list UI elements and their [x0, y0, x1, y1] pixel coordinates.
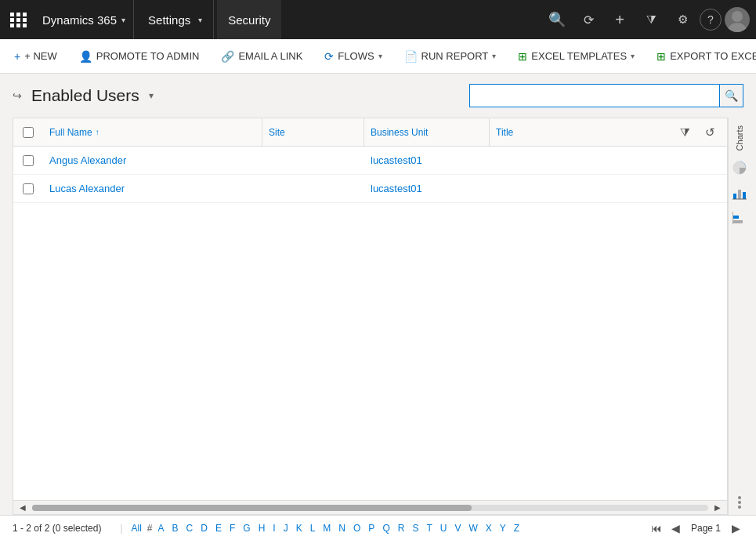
grid-header-actions: ⧩ ↺: [674, 121, 721, 143]
row-checkbox-1[interactable]: [23, 155, 34, 166]
pager-y[interactable]: Y: [497, 523, 508, 534]
excel-dropdown-icon: ▾: [631, 52, 635, 60]
pager-c[interactable]: C: [184, 523, 196, 534]
email-link-button[interactable]: 🔗 EMAIL A LINK: [213, 44, 310, 69]
column-header-businessunit[interactable]: Business Unit: [364, 118, 490, 146]
pager-g[interactable]: G: [241, 523, 252, 534]
promote-admin-button[interactable]: 👤 PROMOTE TO ADMIN: [71, 44, 208, 69]
pager-j[interactable]: J: [281, 523, 291, 534]
pager-v[interactable]: V: [452, 523, 463, 534]
export-excel-button[interactable]: ⊞ EXPORT TO EXCEL: [649, 44, 756, 69]
settings-button[interactable]: Settings ▾: [137, 0, 214, 39]
pager-x[interactable]: X: [483, 523, 494, 534]
pager-links: All # A B C D E F G H I J K L M N O P Q …: [129, 523, 523, 534]
filter-button[interactable]: ⧩: [674, 121, 696, 143]
column-header-site[interactable]: Site: [262, 118, 364, 146]
pie-chart-icon-button[interactable]: [730, 158, 749, 177]
page-label: Page 1: [691, 523, 721, 534]
link-bu-2[interactable]: lucastest01: [371, 183, 422, 194]
brand-text: Dynamics 365: [42, 13, 117, 27]
pager-all[interactable]: All: [129, 523, 144, 534]
svg-rect-7: [733, 216, 739, 219]
cell-site-2: [262, 175, 364, 202]
column-header-fullname[interactable]: Full Name ↑: [43, 118, 262, 146]
pager-o[interactable]: O: [351, 523, 363, 534]
pager-s[interactable]: S: [410, 523, 421, 534]
flows-label: FLOWS: [338, 50, 374, 62]
header-arrow-icon: ↪: [13, 89, 22, 102]
search-submit-button[interactable]: 🔍: [720, 84, 743, 107]
brand-button[interactable]: Dynamics 365 ▾: [34, 0, 134, 39]
link-fullname-1[interactable]: Angus Alexander: [49, 154, 126, 166]
pager-i[interactable]: I: [270, 523, 277, 534]
add-nav-button[interactable]: +: [606, 5, 634, 34]
svg-rect-4: [738, 190, 741, 199]
scroll-right-icon[interactable]: ▶: [711, 503, 724, 512]
flows-button[interactable]: ⟳ FLOWS ▾: [317, 44, 389, 69]
run-report-button[interactable]: 📄 RUN REPORT ▾: [396, 44, 505, 69]
horizontal-scrollbar[interactable]: ◀ ▶: [13, 500, 727, 514]
pager-l[interactable]: L: [308, 523, 318, 534]
charts-more-button[interactable]: [738, 496, 741, 515]
pager-t[interactable]: T: [424, 523, 434, 534]
pager-first-button[interactable]: ⏮: [648, 522, 665, 535]
pager-q[interactable]: Q: [380, 523, 392, 534]
column-chart-icon-button[interactable]: [730, 208, 749, 227]
select-all-checkbox[interactable]: [23, 127, 34, 138]
charts-toggle[interactable]: Charts: [732, 121, 747, 155]
search-nav-button[interactable]: 🔍: [543, 5, 571, 34]
run-report-icon: 📄: [404, 50, 418, 63]
row-checkbox-2[interactable]: [23, 183, 34, 194]
column-fullname-label: Full Name: [49, 127, 92, 138]
filter-nav-button[interactable]: ⧩: [637, 5, 665, 34]
brand-chevron-icon: ▾: [121, 16, 125, 24]
pager-prev-button[interactable]: ◀: [668, 522, 683, 535]
pager-h[interactable]: H: [256, 523, 268, 534]
cell-fullname-1: Angus Alexander: [43, 147, 262, 174]
cell-title-1: [490, 147, 599, 174]
help-nav-button[interactable]: ?: [700, 9, 722, 31]
pager-r[interactable]: R: [396, 523, 407, 534]
command-bar: + + NEW 👤 PROMOTE TO ADMIN 🔗 EMAIL A LIN…: [0, 39, 756, 74]
page-title-chevron-icon[interactable]: ▾: [149, 90, 154, 101]
email-label: EMAIL A LINK: [238, 50, 302, 62]
excel-templates-label: EXCEL TEMPLATES: [531, 50, 627, 62]
search-input[interactable]: [469, 84, 720, 107]
history-nav-button[interactable]: ⟳: [574, 5, 602, 34]
link-bu-1[interactable]: lucastest01: [371, 154, 422, 166]
pager-b[interactable]: B: [170, 523, 181, 534]
apps-button[interactable]: [6, 7, 31, 32]
svg-rect-3: [733, 194, 736, 199]
pager-a[interactable]: A: [156, 523, 167, 534]
bar-chart-icon-button[interactable]: [730, 183, 749, 202]
excel-icon: ⊞: [518, 50, 527, 63]
scroll-thumb: [32, 505, 472, 511]
pager-e[interactable]: E: [213, 523, 224, 534]
excel-templates-button[interactable]: ⊞ EXCEL TEMPLATES ▾: [510, 44, 642, 69]
refresh-button[interactable]: ↺: [699, 121, 721, 143]
gear-nav-button[interactable]: ⚙: [668, 5, 696, 34]
avatar[interactable]: [725, 7, 750, 32]
cell-bu-2: lucastest01: [364, 175, 490, 202]
pager-next-button[interactable]: ▶: [729, 522, 743, 535]
link-fullname-2[interactable]: Lucas Alexander: [49, 183, 125, 194]
security-button[interactable]: Security: [217, 0, 281, 39]
svg-point-0: [732, 11, 743, 22]
pager-u[interactable]: U: [438, 523, 450, 534]
column-fullname-sort-icon: ↑: [96, 128, 99, 136]
search-box-wrap: 🔍: [469, 84, 743, 107]
column-header-title[interactable]: Title: [490, 118, 599, 146]
scroll-track[interactable]: [32, 505, 708, 511]
pager-k[interactable]: K: [294, 523, 305, 534]
pager-n[interactable]: N: [336, 523, 348, 534]
svg-rect-5: [743, 192, 746, 199]
new-button[interactable]: + + NEW: [6, 44, 65, 69]
pager-d[interactable]: D: [198, 523, 210, 534]
pager-w[interactable]: W: [466, 523, 479, 534]
pager-z[interactable]: Z: [512, 523, 522, 534]
pager-f[interactable]: F: [227, 523, 237, 534]
pager-p[interactable]: P: [366, 523, 377, 534]
pager-m[interactable]: M: [320, 523, 333, 534]
run-report-label: RUN REPORT: [421, 50, 489, 62]
scroll-left-icon[interactable]: ◀: [16, 503, 29, 512]
